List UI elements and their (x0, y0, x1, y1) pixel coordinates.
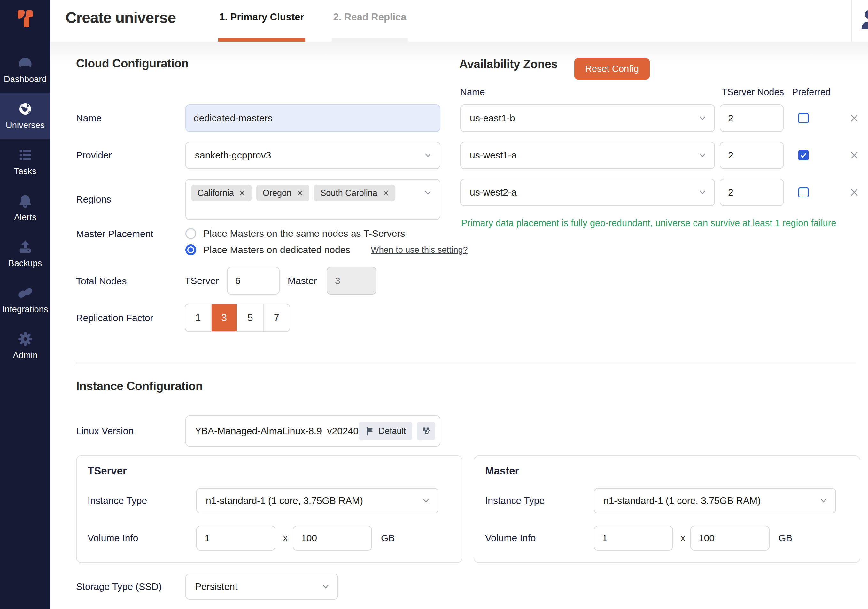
sidebar-item-backups[interactable]: Backups (0, 231, 51, 277)
replication-factor-option-3[interactable]: 3 (212, 304, 238, 331)
volume-unit-label: GB (381, 525, 395, 550)
tserver-count-label: TServer (185, 267, 219, 294)
az-preferred-checkbox-unchecked[interactable] (798, 113, 809, 123)
placement-help-link[interactable]: When to use this setting? (371, 245, 468, 255)
remove-region-icon[interactable] (239, 190, 245, 196)
sidebar-item-alerts[interactable]: Alerts (0, 185, 51, 231)
placement-option-label: Place Masters on the same nodes as T-Ser… (203, 228, 405, 239)
master-volume-size-input[interactable] (690, 525, 770, 550)
region-chip: California (191, 185, 252, 201)
yugabyte-logo-icon (15, 9, 36, 29)
volume-info-label: Volume Info (485, 525, 536, 550)
storage-type-select[interactable]: Persistent (185, 573, 338, 600)
az-tserver-nodes-input[interactable] (720, 178, 784, 206)
replication-factor-option-5[interactable]: 5 (237, 304, 264, 331)
az-zone-select[interactable]: us-east1-b (460, 104, 715, 132)
az-zone-value: us-west1-a (461, 150, 698, 161)
linux-version-value: YBA-Managed-AlmaLinux-8.9_v20240515 (186, 426, 358, 437)
alerts-bell-icon (17, 193, 33, 209)
instance-type-label: Instance Type (88, 488, 147, 513)
sidebar-item-integrations[interactable]: Integrations (0, 277, 51, 323)
remove-region-icon[interactable] (296, 190, 303, 196)
tab-read-replica[interactable]: 2. Read Replica (332, 0, 408, 42)
user-profile-icon[interactable] (860, 8, 868, 29)
tab-label: 2. Read Replica (332, 11, 408, 23)
chevron-down-icon (698, 150, 707, 160)
sidebar-item-label: Integrations (2, 305, 48, 315)
master-config-card: Master Instance Type n1-standard-1 (1 co… (474, 455, 860, 563)
reset-config-button[interactable]: Reset Config (574, 58, 650, 79)
az-zone-value: us-west2-a (461, 187, 698, 198)
dashboard-gauge-icon (17, 55, 33, 71)
az-tserver-nodes-input[interactable] (720, 104, 784, 132)
az-zone-select[interactable]: us-west1-a (460, 141, 715, 169)
cloud-configuration-heading: Cloud Configuration (76, 57, 189, 70)
regions-multiselect[interactable]: California Oregon South Carolina (185, 179, 440, 220)
tserver-volume-count-input[interactable] (196, 525, 276, 550)
provider-label: Provider (76, 141, 112, 169)
sidebar-item-label: Backups (9, 259, 42, 268)
sidebar-item-label: Tasks (14, 166, 36, 177)
checkmark-icon (800, 152, 807, 159)
instance-configuration-heading: Instance Configuration (76, 380, 203, 393)
tserver-config-card: TServer Instance Type n1-standard-1 (1 c… (76, 455, 462, 563)
availability-zones-heading: Availability Zones (459, 57, 558, 71)
az-tserver-nodes-input[interactable] (720, 141, 784, 169)
region-chip-label: South Carolina (320, 188, 377, 198)
tserver-instance-type-select[interactable]: n1-standard-1 (1 core, 3.75GB RAM) (196, 488, 439, 513)
az-remove-icon[interactable] (849, 113, 860, 124)
name-label: Name (76, 104, 102, 132)
tserver-card-heading: TServer (88, 465, 127, 477)
page-title: Create universe (65, 0, 176, 36)
replication-factor-group: 1 3 5 7 (185, 304, 290, 332)
section-divider (76, 363, 857, 363)
yb-release-badge[interactable] (417, 422, 435, 440)
replication-factor-option-7[interactable]: 7 (264, 304, 290, 331)
remove-region-icon[interactable] (383, 190, 389, 196)
master-count-label: Master (288, 267, 317, 294)
sidebar: Dashboard Universes Tasks Alerts (0, 0, 51, 609)
tserver-volume-size-input[interactable] (293, 525, 372, 550)
az-column-preferred: Preferred (792, 87, 831, 98)
placement-option-dedicated-nodes[interactable]: Place Masters on dedicated nodes When to… (185, 244, 468, 256)
total-nodes-label: Total Nodes (76, 276, 127, 287)
tserver-nodes-input[interactable] (227, 267, 280, 294)
provider-select[interactable]: sanketh-gcpprov3 (185, 141, 440, 169)
storage-type-value: Persistent (186, 581, 321, 592)
sidebar-item-dashboard[interactable]: Dashboard (0, 46, 51, 93)
universes-globe-icon (17, 101, 33, 117)
az-zone-select[interactable]: us-west2-a (460, 178, 715, 206)
sidebar-item-universes[interactable]: Universes (0, 93, 51, 139)
chevron-down-icon (321, 582, 330, 592)
az-remove-icon[interactable] (849, 150, 860, 161)
linux-version-select[interactable]: YBA-Managed-AlmaLinux-8.9_v20240515 Defa… (185, 415, 440, 447)
admin-gear-icon (17, 331, 33, 347)
master-card-heading: Master (485, 465, 519, 477)
sidebar-item-admin[interactable]: Admin (0, 323, 51, 369)
chevron-down-icon (698, 113, 707, 123)
az-column-tserver-nodes: TServer Nodes (722, 87, 784, 98)
master-instance-type-select[interactable]: n1-standard-1 (1 core, 3.75GB RAM) (594, 488, 836, 513)
az-preferred-checkbox-checked[interactable] (798, 150, 809, 160)
master-nodes-input (327, 267, 377, 294)
linux-version-label: Linux Version (76, 415, 133, 447)
sidebar-item-label: Dashboard (4, 74, 46, 84)
flag-icon (365, 426, 375, 436)
sidebar-item-tasks[interactable]: Tasks (0, 139, 51, 185)
az-column-name: Name (460, 87, 485, 98)
master-volume-count-input[interactable] (594, 525, 673, 550)
tab-primary-cluster[interactable]: 1. Primary Cluster (218, 0, 305, 42)
replication-factor-option-1[interactable]: 1 (185, 304, 212, 331)
universe-name-input[interactable] (185, 104, 440, 132)
yugabyte-logo[interactable] (0, 0, 51, 46)
integrations-link-icon (17, 285, 33, 301)
placement-option-label: Place Masters on dedicated nodes (203, 245, 350, 255)
az-preferred-checkbox-unchecked[interactable] (798, 187, 809, 197)
replication-factor-label: Replication Factor (76, 313, 153, 323)
sidebar-item-label: Universes (6, 121, 45, 130)
sidebar-item-label: Admin (13, 350, 38, 360)
placement-option-same-nodes[interactable]: Place Masters on the same nodes as T-Ser… (185, 228, 405, 239)
radio-selected-icon[interactable] (185, 245, 196, 255)
az-remove-icon[interactable] (849, 187, 860, 198)
radio-unselected-icon[interactable] (185, 228, 196, 239)
